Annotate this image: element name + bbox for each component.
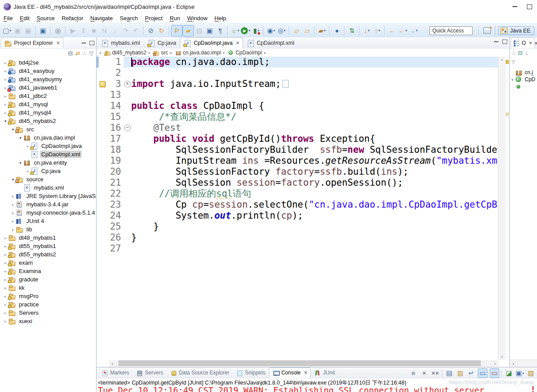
- editor-tab-mybatis.xml[interactable]: Xmybatis.xml: [97, 37, 144, 49]
- code-line-27[interactable]: 27: [97, 243, 498, 254]
- fold-plus-icon[interactable]: +: [124, 81, 131, 87]
- tree-item-mybatis-3.4.4.jar[interactable]: ▸mybatis-3.4.4.jar: [0, 200, 96, 209]
- console-tab-servers[interactable]: Servers: [132, 367, 166, 378]
- collapsed-arrow-icon[interactable]: ▸: [3, 94, 8, 98]
- run-icon[interactable]: ▶▾: [240, 25, 251, 36]
- collapsed-arrow-icon[interactable]: ▸: [10, 194, 16, 198]
- save-icon[interactable]: ▣: [12, 25, 23, 36]
- open-console-icon[interactable]: ▧: [526, 369, 535, 378]
- open-console-window-icon[interactable]: ▣: [38, 25, 48, 36]
- menu-file[interactable]: File: [0, 14, 16, 22]
- scroll-up-icon[interactable]: ∧: [498, 57, 505, 63]
- horizontal-scrollbar[interactable]: ‹ ›: [109, 360, 498, 367]
- close-tab-icon[interactable]: ×: [304, 370, 307, 376]
- menu-window[interactable]: Window: [184, 14, 211, 22]
- tree-item-src[interactable]: ▾src: [0, 125, 96, 133]
- tree-item-dt41-easybuymy[interactable]: ▸dt41_easybuymy: [0, 75, 96, 83]
- code-line-14[interactable]: 14public class CpDaoImpl {: [97, 101, 498, 111]
- tree-item-dt41-javaweb1[interactable]: ▸×dt41_javaweb1: [0, 83, 96, 92]
- menu-run[interactable]: Run: [166, 14, 184, 22]
- breadcrumb-cpdaoimpl[interactable]: CCpDaoImpl: [226, 50, 263, 56]
- tree-item-dt55-mybatis2[interactable]: ▸dt55_mybatis2: [0, 250, 96, 259]
- tree-item-source[interactable]: ▾source: [0, 175, 96, 183]
- collapsed-arrow-icon[interactable]: ▸: [3, 286, 8, 290]
- code-line-18[interactable]: 18 SqlSessionFactoryBuilder ssfb=new Sql…: [97, 144, 498, 155]
- view-menu-dots-icon[interactable]: ∴: [83, 50, 86, 57]
- code-line-19[interactable]: 19 InputStream ins =Resources.getResourc…: [97, 155, 498, 166]
- outline-scroll-left-icon[interactable]: ‹: [510, 360, 517, 367]
- view-menu-dots-icon[interactable]: ∴: [512, 50, 515, 56]
- project-explorer-tab[interactable]: Project Explorer ×: [1, 37, 63, 48]
- editor-tab-cp.java[interactable]: JCp.java: [144, 37, 180, 49]
- build-all-icon[interactable]: ▤: [194, 25, 204, 36]
- web-browser-icon[interactable]: ●: [332, 25, 342, 36]
- tree-item-mybatis.xml[interactable]: Xmybatis.xml: [0, 183, 96, 192]
- collapsed-arrow-icon[interactable]: ▸: [10, 211, 16, 215]
- remove-launch-icon[interactable]: ×: [420, 369, 429, 378]
- open-folder-icon[interactable]: ▱: [302, 25, 312, 36]
- new-server-icon[interactable]: ◉▾: [266, 25, 276, 36]
- suspend-icon[interactable]: ‖: [78, 25, 89, 36]
- quick-access-box[interactable]: Quick Access: [430, 26, 473, 35]
- menu-project[interactable]: Project: [141, 14, 166, 22]
- import-icon[interactable]: ↓▾: [362, 25, 372, 36]
- outline-item-cn.j[interactable]: cn.j: [510, 69, 537, 76]
- tree-item-dt41-jdbc2[interactable]: ▸dt41_jdbc2: [0, 92, 96, 100]
- breadcrumb-expand-icon[interactable]: ▸: [98, 50, 103, 55]
- show-whitespace-icon[interactable]: ¶: [215, 25, 226, 36]
- maximize-view-icon[interactable]: [90, 41, 94, 45]
- disconnect-icon[interactable]: N: [99, 25, 110, 36]
- menu-search[interactable]: Search: [116, 14, 141, 22]
- tree-item-dt45-mybatis2[interactable]: ▾dt45_mybatis2: [0, 117, 96, 125]
- minimize-button[interactable]: [507, 1, 522, 12]
- tree-item-cpdaoimpl.java[interactable]: ▸JCpDaoImpl.java: [0, 142, 96, 150]
- outline-item-cpd[interactable]: ∨CCpD: [510, 76, 537, 83]
- editor-tab-cpdaoimpl.xml[interactable]: XCpDaoImpl.xml: [243, 37, 298, 49]
- tree-item-jre-system-library-javase[interactable]: ▸JRE System Library [JavaSE-: [0, 192, 96, 200]
- tree-item-dt55-mybatis1[interactable]: ▸dt55_mybatis1: [0, 242, 96, 250]
- tree-item-dt41-mysql[interactable]: ▸dt41_mysql: [0, 100, 96, 108]
- export-icon[interactable]: ↑▾: [372, 25, 383, 36]
- tree-item-cpdaoimpl.xml[interactable]: XCpDaoImpl.xml: [0, 150, 96, 158]
- mark-occurrences-icon[interactable]: P: [171, 25, 183, 36]
- code-line-16[interactable]: 16− @Test: [97, 122, 498, 133]
- collapsed-arrow-icon[interactable]: ▸: [3, 236, 8, 240]
- new-icon[interactable]: ▢▾: [2, 25, 12, 36]
- clear-console-icon[interactable]: ▤: [445, 369, 454, 378]
- close-outline-icon[interactable]: ×: [529, 40, 532, 46]
- tree-item-dt41-mysql4[interactable]: ▸dt41_mysql4: [0, 108, 96, 117]
- tree-item-msgpro[interactable]: ▸msgPro: [0, 292, 96, 300]
- close-tab-icon[interactable]: ×: [236, 40, 239, 46]
- expanded-arrow-icon[interactable]: ▾: [18, 161, 23, 165]
- scroll-left-icon[interactable]: ‹: [109, 360, 116, 367]
- breadcrumb-dt45-mybatis2[interactable]: dt45_mybatis2: [103, 50, 147, 56]
- code-line-13[interactable]: 13: [97, 90, 498, 101]
- vertical-scrollbar[interactable]: ∧ ∨: [498, 57, 505, 360]
- code-line-26[interactable]: 26}: [97, 232, 498, 243]
- console-tab-data-source-explorer[interactable]: Data Source Explorer: [167, 367, 233, 378]
- tree-item-dt48-mybatis1[interactable]: ▸dt48_mybatis1: [0, 234, 96, 242]
- expanded-arrow-icon[interactable]: ▾: [18, 136, 23, 140]
- pin-console-icon[interactable]: ◪: [505, 369, 513, 378]
- collapsed-arrow-icon[interactable]: ▸: [10, 227, 16, 232]
- collapsed-arrow-icon[interactable]: ▸: [3, 319, 8, 324]
- tree-item-examina[interactable]: ▸Examina: [0, 267, 96, 275]
- view-stack-overflow[interactable]: »1: [535, 40, 537, 46]
- scroll-lock-icon[interactable]: ▥: [456, 369, 465, 378]
- tree-item-practice[interactable]: ▸practice: [0, 300, 96, 309]
- outline-tab[interactable]: O ×: [511, 37, 535, 48]
- tree-item-dt41-easybuy[interactable]: ▸dt41_easybuy: [0, 67, 96, 75]
- maximize-editor-icon[interactable]: [502, 40, 507, 44]
- synchronize-icon[interactable]: ⇅: [347, 25, 357, 36]
- console-tab-console[interactable]: Console×: [269, 367, 311, 378]
- show-source-icon[interactable]: ▣: [204, 25, 215, 36]
- display-console-icon[interactable]: ▣▾: [516, 369, 524, 378]
- fold-minus-icon[interactable]: −: [124, 125, 131, 131]
- web-service-icon[interactable]: ◎▾: [276, 25, 287, 36]
- tree-item-servers[interactable]: ▸Servers: [0, 309, 96, 317]
- tree-item-mysql-connector-java-5.1.4[interactable]: ▸mysql-connector-java-5.1.4: [0, 209, 96, 217]
- close-view-icon[interactable]: ×: [57, 40, 60, 46]
- perspective-java-ee-button[interactable]: Java EE: [498, 26, 534, 35]
- tree-item-xuexi[interactable]: ▸xuexi: [0, 317, 96, 325]
- editor-tab-cpdaoimpl.java[interactable]: JCpDaoImpl.java×: [180, 37, 243, 49]
